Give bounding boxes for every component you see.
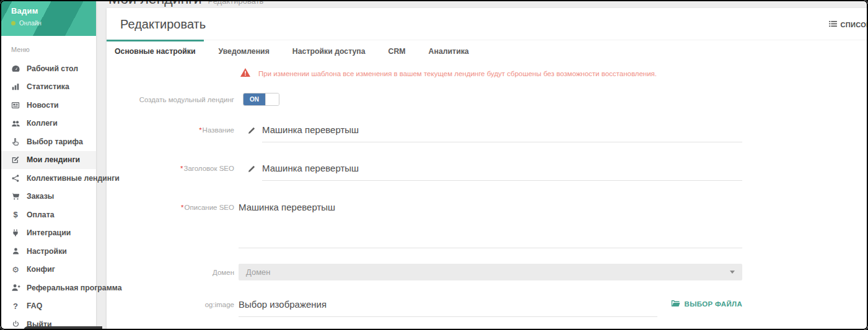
modular-landing-label: Создать модульный лендинг [107, 96, 234, 103]
required-mark: * [199, 126, 201, 134]
users-icon [10, 119, 21, 128]
warning-icon [240, 68, 250, 79]
sidebar-item-integrations[interactable]: Интеграции [0, 224, 96, 243]
template-warning: При изменении шаблона все изменения в ва… [240, 67, 868, 80]
seo-title-row: *Заголовок SEO Машинка перевертыш [107, 163, 868, 181]
list-icon [829, 20, 837, 28]
sidebar-bottom-bar [24, 326, 102, 330]
name-row: *Название Машинка перевертыш [107, 124, 868, 142]
og-image-row: og:image Выбор изображения Выбор файла [107, 299, 868, 317]
sidebar-item-label: Настройки [27, 247, 67, 256]
sidebar-item-label: Оплата [27, 211, 55, 219]
warning-text: При изменении шаблона все изменения в ва… [258, 70, 657, 77]
sidebar-item-label: Конфиг [27, 265, 55, 274]
seo-description-textarea[interactable]: Машинка перевертыш [239, 202, 742, 248]
page-title-sub: Редактировать [208, 0, 264, 6]
editor-card: Редактировать список Основные настройки … [107, 8, 868, 330]
plug-icon [10, 228, 21, 237]
dashboard-icon [10, 64, 21, 73]
pencil-icon [248, 126, 256, 137]
sidebar-item-label: Мои лендинги [27, 155, 80, 164]
required-mark: * [181, 204, 183, 211]
pencil-icon [248, 164, 256, 175]
sidebar-item-label: Статистика [27, 82, 69, 91]
tab-access-settings[interactable]: Настройки доступа [284, 40, 374, 63]
sidebar: Вадим Онлайн Меню Рабочий стол Статистик… [0, 0, 96, 330]
domain-row: Домен Домен [107, 264, 868, 280]
news-icon [10, 101, 21, 110]
domain-select[interactable]: Домен [239, 264, 742, 280]
card-header: Редактировать список [107, 8, 868, 40]
sidebar-item-settings[interactable]: Настройки [0, 242, 96, 261]
sidebar-user-header: Вадим Онлайн [0, 0, 96, 36]
main-settings-pane: При изменении шаблона все изменения в ва… [107, 63, 868, 330]
sidebar-item-label: Заказы [27, 192, 54, 201]
sidebar-item-colleagues[interactable]: Коллеги [0, 115, 96, 133]
sidebar-item-referral[interactable]: Реферальная программа [0, 279, 96, 297]
seo-description-label: Описание SEO [185, 204, 234, 211]
sidebar-item-statistics[interactable]: Статистика [0, 78, 96, 97]
tab-notifications[interactable]: Уведомления [211, 40, 278, 63]
sidebar-item-label: FAQ [27, 302, 42, 310]
menu-section-label: Меню [0, 36, 96, 59]
main-content: Мои лендингиРедактировать Редактировать … [96, 0, 868, 330]
page-title: Мои лендингиРедактировать [108, 0, 263, 7]
stats-icon [10, 82, 21, 91]
toggle-on-label: ON [243, 93, 265, 105]
user-plus-icon [10, 283, 21, 292]
page-title-main: Мои лендинги [108, 0, 202, 7]
choose-file-label: Выбор файла [685, 300, 742, 308]
seo-title-input[interactable]: Машинка перевертыш [262, 163, 742, 181]
online-status-label: Онлайн [19, 20, 42, 27]
share-icon [10, 174, 21, 183]
tab-main-settings[interactable]: Основные настройки [107, 40, 204, 63]
sidebar-item-label: Коллеги [27, 119, 58, 128]
list-view-button[interactable]: список [829, 20, 868, 28]
edit-icon [10, 155, 21, 164]
og-image-input[interactable]: Выбор изображения [239, 299, 657, 317]
modular-landing-toggle[interactable]: ON [243, 93, 279, 106]
caret-down-icon [730, 271, 735, 274]
power-icon [10, 320, 21, 328]
seo-title-label: Заголовок SEO [183, 165, 234, 172]
sidebar-item-collective-landings[interactable]: Коллективные лендинги [0, 169, 96, 188]
cogs-icon: ⚙ [10, 265, 21, 274]
settings-form: Создать модульный лендинг ON *Название [107, 93, 868, 330]
modular-landing-row: Создать модульный лендинг ON [107, 93, 868, 106]
sidebar-item-config[interactable]: ⚙ Конфиг [0, 261, 96, 279]
sidebar-item-label: Интеграции [27, 228, 71, 237]
user-icon [10, 247, 21, 255]
app-screen: Вадим Онлайн Меню Рабочий стол Статистик… [0, 0, 868, 330]
sidebar-item-label: Рабочий стол [27, 64, 78, 73]
list-button-label: список [841, 21, 868, 28]
domain-label: Домен [213, 269, 234, 276]
required-mark: * [180, 165, 183, 172]
og-image-label: og:image [205, 301, 234, 308]
sidebar-item-payment[interactable]: $ Оплата [0, 206, 96, 224]
sidebar-item-label: Коллективные лендинги [27, 174, 120, 183]
sidebar-item-my-landings[interactable]: Мои лендинги [0, 151, 96, 170]
question-icon: ? [10, 302, 21, 311]
sidebar-item-label: Новости [27, 101, 59, 110]
toggle-knob [265, 93, 279, 105]
sidebar-item-dashboard[interactable]: Рабочий стол [0, 59, 96, 78]
online-status-dot [11, 21, 15, 25]
tab-crm[interactable]: CRM [380, 40, 414, 63]
tab-analytics[interactable]: Аналитика [421, 40, 477, 63]
seo-description-row: *Описание SEO Машинка перевертыш [107, 202, 868, 248]
cart-icon [10, 192, 21, 201]
domain-select-value: Домен [246, 267, 271, 277]
user-name: Вадим [11, 6, 42, 15]
sidebar-item-label: Реферальная программа [27, 284, 122, 292]
card-title: Редактировать [120, 17, 206, 32]
name-input[interactable]: Машинка перевертыш [262, 124, 742, 142]
hand-pointer-icon [10, 137, 21, 146]
sidebar-item-faq[interactable]: ? FAQ [0, 297, 96, 316]
sidebar-item-label: Выбор тарифа [27, 137, 83, 146]
sidebar-item-news[interactable]: Новости [0, 96, 96, 115]
name-label: Название [203, 126, 234, 134]
sidebar-item-tariff[interactable]: Выбор тарифа [0, 132, 96, 151]
dollar-icon: $ [10, 210, 21, 219]
sidebar-item-orders[interactable]: Заказы [0, 188, 96, 206]
choose-file-button[interactable]: Выбор файла [671, 300, 742, 308]
